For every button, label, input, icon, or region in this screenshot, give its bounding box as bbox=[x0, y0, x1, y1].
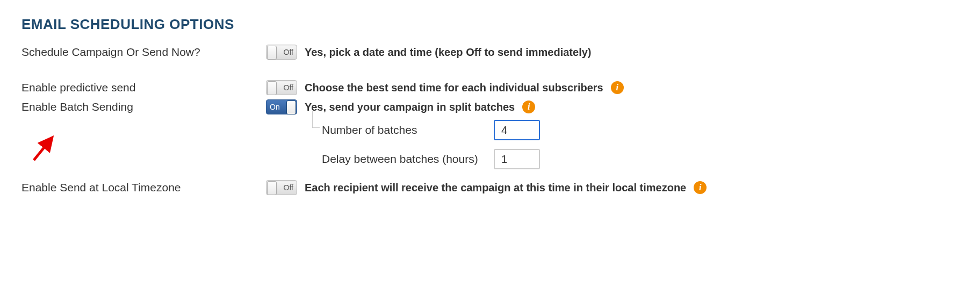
info-icon[interactable]: i bbox=[611, 81, 624, 94]
toggle-schedule[interactable]: Off bbox=[266, 45, 297, 60]
row-timezone: Enable Send at Local Timezone Off Each r… bbox=[21, 180, 959, 195]
input-num-batches[interactable] bbox=[494, 120, 540, 140]
label-predictive: Enable predictive send bbox=[21, 80, 266, 94]
toggle-predictive[interactable]: Off bbox=[266, 80, 297, 95]
info-icon[interactable]: i bbox=[522, 101, 535, 113]
label-num-batches: Number of batches bbox=[322, 124, 494, 137]
label-delay: Delay between batches (hours) bbox=[322, 153, 494, 166]
label-timezone: Enable Send at Local Timezone bbox=[21, 180, 266, 194]
row-batch: Enable Batch Sending On Yes, send your c… bbox=[21, 99, 959, 114]
desc-schedule: Yes, pick a date and time (keep Off to s… bbox=[305, 46, 592, 59]
annotation-arrow-icon bbox=[30, 132, 62, 164]
toggle-timezone[interactable]: Off bbox=[266, 180, 297, 195]
info-icon[interactable]: i bbox=[694, 181, 707, 194]
subrow-delay: Delay between batches (hours) bbox=[277, 149, 959, 169]
desc-predictive: Choose the best send time for each indiv… bbox=[305, 82, 603, 94]
row-predictive: Enable predictive send Off Choose the be… bbox=[21, 80, 959, 95]
input-delay[interactable] bbox=[494, 149, 540, 169]
label-schedule: Schedule Campaign Or Send Now? bbox=[21, 45, 266, 59]
batch-subgroup: Number of batches Delay between batches … bbox=[277, 120, 959, 169]
desc-timezone: Each recipient will receive the campaign… bbox=[305, 182, 686, 194]
desc-batch: Yes, send your campaign in split batches bbox=[305, 101, 515, 113]
subrow-num-batches: Number of batches bbox=[277, 120, 959, 140]
section-title: EMAIL SCHEDULING OPTIONS bbox=[21, 16, 959, 33]
row-schedule: Schedule Campaign Or Send Now? Off Yes, … bbox=[21, 45, 959, 60]
svg-line-0 bbox=[34, 138, 52, 160]
toggle-batch[interactable]: On bbox=[266, 99, 297, 114]
label-batch: Enable Batch Sending bbox=[21, 99, 266, 113]
